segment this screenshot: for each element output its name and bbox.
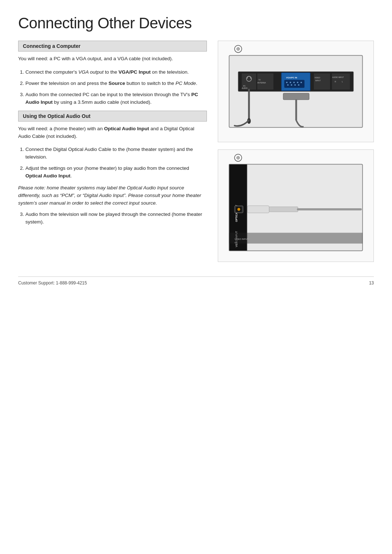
pc-mode-text: PC Mode — [176, 81, 196, 86]
source-button-text: Source — [109, 81, 125, 86]
svg-rect-48 — [269, 207, 298, 212]
svg-text:ANTENNA: ANTENNA — [257, 82, 266, 84]
section1-steps: Connect the computer's VGA output to the… — [18, 69, 207, 106]
section2-step3: Audio from the television will now be pl… — [25, 211, 207, 226]
svg-text:TV: TV — [258, 79, 261, 81]
svg-point-17 — [290, 82, 291, 83]
footer: Customer Support: 1-888-999-4215 13 — [18, 276, 374, 286]
footer-support: Customer Support: 1-888-999-4215 — [18, 280, 87, 286]
footer-page-number: 13 — [369, 280, 374, 286]
section-connecting-computer: Connecting a Computer You will need: a P… — [18, 41, 207, 106]
svg-point-20 — [301, 82, 302, 83]
section2-header: Using the Optical Audio Out — [18, 111, 207, 122]
svg-point-21 — [287, 84, 289, 86]
svg-text:AUDIO INPUT: AUDIO INPUT — [332, 77, 344, 78]
section2-step3-list: Audio from the television will now be pl… — [18, 211, 207, 226]
section1-step1: Connect the computer's VGA output to the… — [25, 69, 207, 76]
section2-step1: Connect the Digital Optical Audio Cable … — [25, 146, 207, 161]
svg-rect-15 — [284, 80, 305, 88]
svg-point-22 — [291, 84, 292, 86]
section1-intro: You will need: a PC with a VGA output, a… — [18, 55, 207, 63]
svg-rect-34 — [283, 93, 309, 100]
main-layout: Connecting a Computer You will need: a P… — [18, 41, 374, 262]
pc-audio-input-text: PC Audio Input — [25, 92, 198, 105]
svg-rect-47 — [248, 206, 269, 213]
right-column: PC AUDIO TV ANTENNA VGA/PC IN — [218, 41, 374, 262]
svg-rect-52 — [229, 233, 363, 244]
svg-text:INPUT: INPUT — [315, 80, 321, 82]
tv-diagram-vga: PC AUDIO TV ANTENNA VGA/PC IN — [218, 41, 374, 142]
svg-point-46 — [237, 208, 240, 211]
page-title: Connecting Other Devices — [18, 15, 374, 32]
svg-text:VGA/PC IN: VGA/PC IN — [286, 77, 297, 79]
section2-steps: Connect the Digital Optical Audio Cable … — [18, 146, 207, 180]
section2-intro: You will need: a (home theater) with an … — [18, 125, 207, 140]
tv-diagram-optical: OPTICAL OUT VIDEO INPUT VIDEO INPUT — [218, 149, 374, 262]
svg-text:R: R — [335, 81, 336, 83]
section2-intro-text: You will need: a (home theater) with an … — [18, 125, 207, 140]
svg-rect-10 — [257, 73, 274, 90]
section2-note: Please note: home theater systems may la… — [18, 184, 207, 207]
section1-header: Connecting a Computer — [18, 41, 207, 52]
svg-text:VIDEO: VIDEO — [315, 77, 320, 79]
section1-step3: Audio from the connected PC can be input… — [25, 91, 207, 106]
svg-point-23 — [294, 84, 296, 86]
vga-diagram-svg: PC AUDIO TV ANTENNA VGA/PC IN — [218, 41, 373, 142]
vga-pc-input-text: VGA/PC Input — [118, 69, 151, 75]
svg-text:L: L — [342, 81, 343, 83]
vga-output-text: VGA output — [78, 69, 103, 75]
svg-point-19 — [297, 82, 298, 83]
section-optical-audio: Using the Optical Audio Out You will nee… — [18, 111, 207, 226]
svg-point-18 — [293, 82, 295, 83]
left-column: Connecting a Computer You will need: a P… — [18, 41, 207, 262]
svg-text:VIDEO INPUT: VIDEO INPUT — [234, 238, 248, 240]
svg-text:Pr: Pr — [234, 242, 236, 244]
optical-diagram-svg: OPTICAL OUT VIDEO INPUT VIDEO INPUT — [218, 150, 373, 262]
optical-audio-input-label: Optical Audio Input — [104, 126, 149, 131]
svg-point-24 — [298, 84, 299, 86]
svg-text:AUDIO: AUDIO — [242, 87, 248, 89]
svg-text:PC: PC — [243, 85, 246, 87]
section2-step2: Adjust the settings on your (home theate… — [25, 165, 207, 180]
section1-step2: Power the television on and press the So… — [25, 80, 207, 87]
optical-audio-input-bold: Optical Audio Input — [25, 173, 70, 178]
svg-point-16 — [286, 82, 287, 83]
